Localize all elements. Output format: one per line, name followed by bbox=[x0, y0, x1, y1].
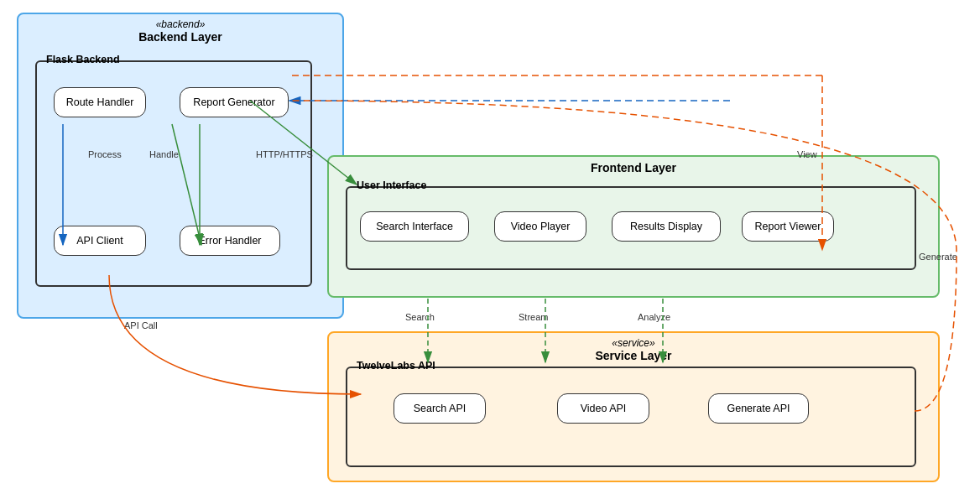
frontend-title: Frontend Layer bbox=[329, 161, 938, 174]
analyze-label: Analyze bbox=[638, 312, 670, 322]
flask-backend-box: Flask Backend Route Handler Report Gener… bbox=[35, 60, 312, 287]
api-call-label: API Call bbox=[124, 320, 158, 330]
backend-stereotype: «backend» bbox=[18, 18, 342, 30]
frontend-layer: Frontend Layer User Interface Search Int… bbox=[327, 155, 940, 298]
report-generator-component: Report Generator bbox=[180, 87, 289, 117]
error-handler-component: Error Handler bbox=[180, 226, 280, 256]
video-api-component: Video API bbox=[557, 393, 649, 424]
api-client-component: API Client bbox=[54, 226, 146, 256]
generate-api-component: Generate API bbox=[708, 393, 809, 424]
twelvelabs-box: TwelveLabs API Search API Video API Gene… bbox=[346, 367, 916, 467]
stream-label: Stream bbox=[519, 312, 548, 322]
twelvelabs-label: TwelveLabs API bbox=[354, 360, 438, 372]
process-label: Process bbox=[88, 149, 122, 159]
handle-label: Handle bbox=[149, 149, 179, 159]
ui-box: User Interface Search Interface Video Pl… bbox=[346, 186, 916, 270]
flask-backend-label: Flask Backend bbox=[44, 54, 122, 65]
http-https-label: HTTP/HTTPS bbox=[256, 149, 313, 159]
backend-layer: «backend» Backend Layer Flask Backend Ro… bbox=[17, 13, 344, 319]
view-label: View bbox=[797, 149, 817, 159]
service-stereotype: «service» bbox=[329, 337, 938, 349]
ui-label: User Interface bbox=[354, 179, 429, 191]
search-interface-component: Search Interface bbox=[360, 211, 469, 242]
video-player-component: Video Player bbox=[494, 211, 586, 242]
results-display-component: Results Display bbox=[612, 211, 721, 242]
search-label: Search bbox=[405, 312, 435, 322]
search-api-component: Search API bbox=[394, 393, 486, 424]
service-layer: «service» Service Layer TwelveLabs API S… bbox=[327, 331, 940, 482]
generate-label: Generate bbox=[919, 252, 957, 262]
diagram-container: «backend» Backend Layer Flask Backend Ro… bbox=[0, 0, 980, 494]
report-viewer-component: Report Viewer bbox=[742, 211, 834, 242]
route-handler-component: Route Handler bbox=[54, 87, 146, 117]
backend-title: Backend Layer bbox=[18, 30, 342, 44]
